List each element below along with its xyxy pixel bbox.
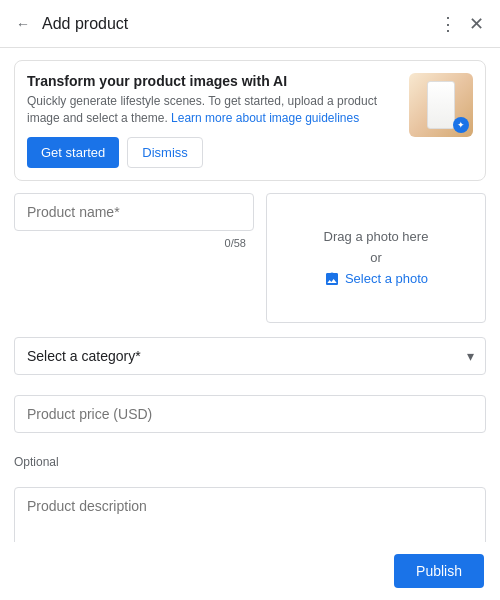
ai-banner-content: Transform your product images with AI Qu… <box>27 73 397 168</box>
svg-rect-1 <box>331 272 334 274</box>
ai-banner-actions: Get started Dismiss <box>27 137 397 168</box>
image-upload-icon <box>324 271 340 287</box>
product-name-field: 0/58 <box>14 193 254 231</box>
ai-banner-title: Transform your product images with AI <box>27 73 397 89</box>
dismiss-button[interactable]: Dismiss <box>127 137 203 168</box>
price-field: Optional <box>14 395 486 469</box>
ai-banner-link[interactable]: Learn more about image guidelines <box>171 111 359 125</box>
footer: Publish <box>0 542 500 600</box>
ai-product-image: ✦ <box>409 73 473 137</box>
header: ← Add product ⋮ ✕ <box>0 0 500 48</box>
top-section: 0/58 Drag a photo here or Select a photo <box>14 193 486 323</box>
price-optional-label: Optional <box>14 455 486 469</box>
more-icon[interactable]: ⋮ <box>439 13 457 35</box>
category-field: Select a category* Electronics Clothing … <box>14 337 486 375</box>
page-title: Add product <box>42 15 439 33</box>
form-area: 0/58 Drag a photo here or Select a photo… <box>0 193 500 600</box>
publish-button[interactable]: Publish <box>394 554 484 588</box>
ai-banner: Transform your product images with AI Qu… <box>14 60 486 181</box>
close-icon[interactable]: ✕ <box>469 13 484 35</box>
select-photo-button[interactable]: Select a photo <box>324 271 428 287</box>
get-started-button[interactable]: Get started <box>27 137 119 168</box>
ai-banner-desc: Quickly generate lifestyle scenes. To ge… <box>27 93 397 127</box>
header-icons: ⋮ ✕ <box>439 13 484 35</box>
photo-upload-area[interactable]: Drag a photo here or Select a photo <box>266 193 486 323</box>
ai-image-badge-icon: ✦ <box>453 117 469 133</box>
product-name-count: 0/58 <box>225 237 246 249</box>
svg-point-0 <box>334 275 337 278</box>
photo-drag-label: Drag a photo here <box>324 229 429 244</box>
photo-or-label: or <box>370 250 382 265</box>
product-name-input[interactable] <box>14 193 254 231</box>
category-select[interactable]: Select a category* Electronics Clothing … <box>14 337 486 375</box>
back-button[interactable]: ← <box>16 16 30 32</box>
price-input[interactable] <box>14 395 486 433</box>
